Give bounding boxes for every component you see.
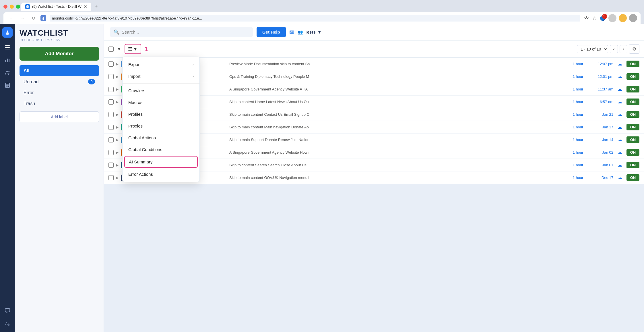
row-expand-btn[interactable]: ▶ bbox=[116, 87, 119, 91]
row-expand-btn[interactable]: ▶ bbox=[116, 150, 119, 155]
nav-item-all[interactable]: All bbox=[20, 65, 99, 76]
row-checkbox[interactable] bbox=[108, 99, 114, 105]
select-all-checkbox[interactable] bbox=[108, 47, 114, 52]
row-time: 6:57 am bbox=[590, 100, 613, 104]
avatar-3[interactable] bbox=[629, 14, 637, 22]
row-status-badge[interactable]: ON bbox=[626, 99, 639, 105]
left-panel: WATCHLIST CLOUD - DISTILL'S SERV... Add … bbox=[15, 24, 104, 332]
sidebar-btn-people[interactable] bbox=[2, 67, 13, 78]
close-dot[interactable] bbox=[3, 5, 7, 9]
sidebar-btn-chart[interactable] bbox=[2, 55, 13, 65]
row-status-badge[interactable]: ON bbox=[626, 111, 639, 118]
nav-badge-unread: 9 bbox=[88, 79, 95, 84]
dropdown-item-global_conditions[interactable]: Global Conditions bbox=[123, 144, 199, 155]
dropdown-label: Crawlers bbox=[128, 88, 145, 93]
nav-item-unread[interactable]: Unread9 bbox=[20, 76, 99, 87]
nav-item-error[interactable]: Error bbox=[20, 87, 99, 98]
url-input[interactable] bbox=[50, 15, 580, 22]
row-checkbox[interactable] bbox=[108, 125, 114, 130]
dropdown-item-proxies[interactable]: Proxies bbox=[123, 120, 199, 132]
dropdown-item-macros[interactable]: Macros bbox=[123, 96, 199, 108]
watchlist-subtitle: CLOUD - DISTILL'S SERV... bbox=[20, 38, 99, 42]
row-expand-btn[interactable]: ▶ bbox=[116, 75, 119, 79]
forward-btn[interactable]: → bbox=[18, 15, 26, 21]
row-time: Jan 14 bbox=[590, 138, 613, 142]
row-status-badge[interactable]: ON bbox=[626, 73, 639, 80]
active-tab[interactable]: (9) Watchlist - Tests - Distill W ✕ bbox=[21, 3, 91, 11]
dropdown-item-crawlers[interactable]: Crawlers bbox=[123, 85, 199, 96]
row-checkbox[interactable] bbox=[108, 163, 114, 168]
row-status-badge[interactable]: ON bbox=[626, 136, 639, 143]
row-checkbox[interactable] bbox=[108, 150, 114, 155]
row-status-badge[interactable]: ON bbox=[626, 124, 639, 130]
dropdown-item-ai_summary[interactable]: AI Summary bbox=[124, 156, 198, 168]
row-checkbox[interactable] bbox=[108, 112, 114, 117]
sidebar-btn-list[interactable] bbox=[2, 42, 13, 53]
minimize-dot[interactable] bbox=[10, 5, 14, 9]
dropdown-item-import[interactable]: Import› bbox=[123, 70, 199, 82]
row-status-badge[interactable]: ON bbox=[626, 174, 639, 181]
row-interval: 1 hour bbox=[568, 62, 588, 66]
cloud-icon: ☁ bbox=[616, 112, 624, 117]
row-expand-btn[interactable]: ▶ bbox=[116, 138, 119, 142]
row-checkbox[interactable] bbox=[108, 61, 114, 67]
mail-icon[interactable]: ✉ bbox=[289, 29, 294, 36]
maximize-dot[interactable] bbox=[16, 5, 20, 9]
tab-close-btn[interactable]: ✕ bbox=[84, 4, 87, 9]
sidebar-btn-translate[interactable]: A文 bbox=[2, 318, 13, 329]
dropdown-item-export[interactable]: Export› bbox=[123, 59, 199, 70]
dropdown-item-error_actions[interactable]: Error Actions bbox=[123, 168, 199, 180]
search-input[interactable] bbox=[122, 30, 249, 34]
menu-button[interactable]: ☰ ▼ bbox=[125, 44, 141, 54]
row-expand-btn[interactable]: ▶ bbox=[116, 125, 119, 129]
avatar-2[interactable] bbox=[619, 14, 627, 22]
row-status-badge[interactable]: ON bbox=[626, 162, 639, 168]
row-time: Jan 01 bbox=[590, 163, 613, 167]
user-menu-button[interactable]: 👥 Tests ▼ bbox=[298, 30, 322, 35]
back-btn[interactable]: ← bbox=[7, 15, 15, 21]
row-status-badge[interactable]: ON bbox=[626, 86, 639, 92]
row-checkbox[interactable] bbox=[108, 87, 114, 92]
eye-off-btn[interactable]: 👁 bbox=[584, 15, 589, 21]
row-status-badge[interactable]: ON bbox=[626, 61, 639, 67]
new-tab-btn[interactable]: + bbox=[92, 2, 100, 11]
sidebar-btn-chat[interactable] bbox=[2, 306, 13, 316]
refresh-btn[interactable]: ↻ bbox=[30, 15, 37, 22]
row-expand-btn[interactable]: ▶ bbox=[116, 62, 119, 66]
add-label-button[interactable]: Add label bbox=[20, 111, 99, 122]
sidebar-btn-notes[interactable] bbox=[2, 80, 13, 90]
row-time: Jan 17 bbox=[590, 125, 613, 129]
svg-rect-3 bbox=[5, 45, 10, 46]
dropdown-divider bbox=[123, 83, 199, 84]
distill-logo[interactable] bbox=[2, 27, 13, 38]
row-status-badge[interactable]: ON bbox=[626, 149, 639, 156]
get-help-button[interactable]: Get Help bbox=[257, 27, 286, 37]
nav-label: All bbox=[24, 68, 29, 73]
cloud-icon: ☁ bbox=[616, 86, 624, 92]
row-checkbox[interactable] bbox=[108, 137, 114, 142]
row-checkbox[interactable] bbox=[108, 175, 114, 180]
row-expand-btn[interactable]: ▶ bbox=[116, 100, 119, 104]
search-icon: 🔍 bbox=[114, 29, 119, 35]
row-expand-btn[interactable]: ▶ bbox=[116, 163, 119, 167]
table-settings-btn[interactable]: ⚙ bbox=[629, 44, 639, 54]
next-page-btn[interactable]: › bbox=[620, 45, 627, 53]
dropdown-item-profiles[interactable]: Profiles bbox=[123, 108, 199, 120]
star-btn[interactable]: ☆ bbox=[592, 15, 597, 22]
browser-chrome: (9) Watchlist - Tests - Distill W ✕ + ← … bbox=[0, 0, 644, 24]
row-content-preview: Skip to content Search Search Close Abou… bbox=[229, 163, 566, 167]
add-monitor-button[interactable]: Add Monitor bbox=[20, 47, 99, 61]
row-expand-btn[interactable]: ▶ bbox=[116, 113, 119, 117]
selection-count: 1 bbox=[145, 45, 148, 53]
nav-item-trash[interactable]: Trash bbox=[20, 98, 99, 109]
page-select[interactable]: 1 - 10 of 10 bbox=[577, 45, 608, 53]
prev-page-btn[interactable]: ‹ bbox=[610, 45, 618, 53]
avatar-1[interactable] bbox=[608, 14, 616, 22]
row-interval: 1 hour bbox=[568, 163, 588, 167]
svg-rect-6 bbox=[5, 60, 6, 62]
cloud-icon: ☁ bbox=[616, 124, 624, 130]
row-dropdown-arrow[interactable]: ▼ bbox=[117, 47, 121, 51]
row-checkbox[interactable] bbox=[108, 74, 114, 79]
row-expand-btn[interactable]: ▶ bbox=[116, 176, 119, 180]
dropdown-item-global_actions[interactable]: Global Actions bbox=[123, 132, 199, 144]
